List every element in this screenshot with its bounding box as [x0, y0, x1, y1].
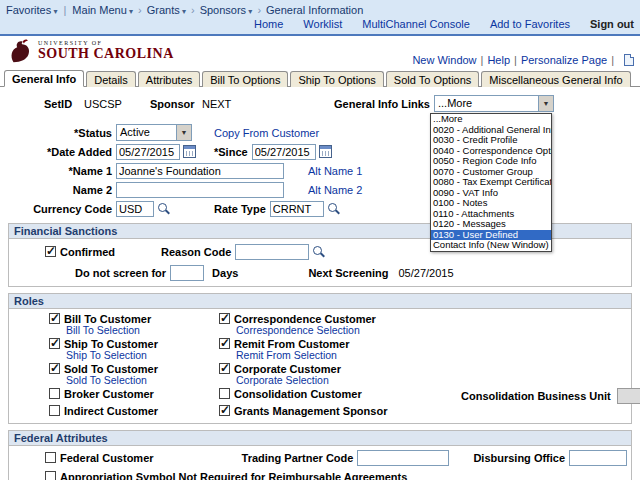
- lookup-magnifier-icon[interactable]: [327, 202, 340, 215]
- indirect-customer-checkbox[interactable]: [49, 405, 60, 416]
- chevron-down-icon[interactable]: [538, 96, 553, 111]
- rate-type-label: Rate Type: [214, 203, 266, 215]
- calendar-icon[interactable]: [319, 145, 332, 158]
- tab-details[interactable]: Details: [86, 71, 136, 87]
- general-info-links-value: ...More: [435, 96, 538, 111]
- general-info-links-dropdown-list: ...More 0020 - Additional General Info 0…: [430, 113, 552, 252]
- disbursing-office-input[interactable]: [569, 450, 627, 466]
- federal-attributes-section: Federal Attributes Federal Customer Trad…: [8, 430, 632, 480]
- dropdown-option[interactable]: 0070 - Customer Group: [431, 167, 551, 178]
- help-link[interactable]: Help: [487, 54, 510, 66]
- federal-attributes-header: Federal Attributes: [9, 431, 631, 446]
- breadcrumb-sponsors[interactable]: Sponsors: [200, 4, 253, 16]
- since-input[interactable]: [252, 144, 316, 160]
- date-added-input[interactable]: [116, 144, 180, 160]
- tab-sold-to-options[interactable]: Sold To Options: [386, 71, 479, 87]
- tab-ship-to-options[interactable]: Ship To Options: [290, 71, 383, 87]
- separator: [477, 54, 488, 66]
- corporate-selection-link[interactable]: Corporate Selection: [236, 374, 329, 386]
- dropdown-option[interactable]: 0120 - Messages: [431, 219, 551, 230]
- sign-out-link[interactable]: Sign out: [590, 18, 634, 30]
- dropdown-option[interactable]: 0030 - Credit Profile: [431, 135, 551, 146]
- correspondence-selection-link[interactable]: Correspondence Selection: [236, 324, 360, 336]
- name2-input[interactable]: [116, 182, 284, 198]
- general-info-links-select[interactable]: ...More: [434, 95, 554, 112]
- tab-attributes[interactable]: Attributes: [138, 71, 200, 87]
- appropriation-symbol-checkbox[interactable]: [45, 471, 56, 480]
- do-not-screen-input[interactable]: [170, 265, 204, 281]
- tab-bill-to-options[interactable]: Bill To Options: [202, 71, 288, 87]
- page-content: General Info Links ...More ...More 0020 …: [0, 87, 640, 480]
- consolidation-business-unit-label: Consolidation Business Unit: [461, 390, 611, 402]
- name2-label: Name 2: [8, 184, 112, 196]
- reason-code-input[interactable]: [235, 244, 309, 260]
- usc-logo-text: UNIVERSITY OF SOUTH CAROLINA: [38, 40, 174, 62]
- add-to-favorites-link[interactable]: Add to Favorites: [490, 18, 570, 30]
- dropdown-option[interactable]: 0080 - Tax Exempt Certificates: [431, 177, 551, 188]
- dropdown-option[interactable]: 0100 - Notes: [431, 198, 551, 209]
- http-page-icon[interactable]: [624, 54, 634, 66]
- ship-to-customer-checkbox[interactable]: [49, 338, 60, 349]
- lookup-magnifier-icon[interactable]: [157, 202, 170, 215]
- worklist-link[interactable]: Worklist: [303, 18, 342, 30]
- dropdown-option[interactable]: 0090 - VAT Info: [431, 188, 551, 199]
- grants-management-sponsor-label: Grants Management Sponsor: [234, 405, 387, 417]
- breadcrumb-main-menu[interactable]: Main Menu: [72, 4, 133, 16]
- breadcrumb-favorites[interactable]: Favorites: [6, 4, 58, 16]
- confirmed-checkbox[interactable]: [45, 246, 56, 257]
- dropdown-option[interactable]: 0050 - Region Code Info: [431, 156, 551, 167]
- federal-customer-label: Federal Customer: [60, 452, 154, 464]
- dropdown-option[interactable]: Contact Info (New Window): [431, 240, 551, 251]
- multichannel-console-link[interactable]: MultiChannel Console: [362, 18, 470, 30]
- bill-to-customer-checkbox[interactable]: [49, 313, 60, 324]
- general-info-links-control: General Info Links ...More ...More 0020 …: [334, 95, 554, 112]
- new-window-link[interactable]: New Window: [412, 54, 476, 66]
- corporate-customer-checkbox[interactable]: [219, 363, 230, 374]
- roles-section: Roles Bill To Customer Bill To Selection…: [8, 293, 632, 424]
- federal-customer-checkbox[interactable]: [45, 452, 56, 463]
- status-label: *Status: [8, 127, 112, 139]
- tab-misc-general-info[interactable]: Miscellaneous General Info: [481, 71, 630, 87]
- sold-to-selection-link[interactable]: Sold To Selection: [66, 374, 147, 386]
- correspondence-customer-label: Correspondence Customer: [234, 313, 376, 325]
- sponsor-value: NEXT: [202, 98, 231, 110]
- lookup-magnifier-icon[interactable]: [312, 245, 325, 258]
- home-link[interactable]: Home: [254, 18, 283, 30]
- remit-from-customer-checkbox[interactable]: [219, 338, 230, 349]
- rate-type-input[interactable]: [270, 201, 324, 217]
- broker-customer-checkbox[interactable]: [49, 388, 60, 399]
- status-select[interactable]: Active: [116, 124, 192, 141]
- alt-name1-link[interactable]: Alt Name 1: [308, 165, 362, 177]
- trading-partner-code-input[interactable]: [357, 450, 449, 466]
- breadcrumb-grants[interactable]: Grants: [147, 4, 186, 16]
- grants-management-sponsor-checkbox[interactable]: [219, 405, 230, 416]
- corporate-customer-label: Corporate Customer: [234, 363, 341, 375]
- alt-name2-link[interactable]: Alt Name 2: [308, 184, 362, 196]
- bill-to-selection-link[interactable]: Bill To Selection: [66, 324, 140, 336]
- calendar-icon[interactable]: [183, 145, 196, 158]
- sold-to-customer-checkbox[interactable]: [49, 363, 60, 374]
- chevron-down-icon[interactable]: [176, 125, 191, 140]
- appropriation-symbol-label: Appropriation Symbol Not Required for Re…: [60, 471, 407, 480]
- status-value: Active: [117, 125, 176, 140]
- currency-code-input[interactable]: [116, 201, 154, 217]
- dropdown-option[interactable]: 0040 - Correspondence Options: [431, 146, 551, 157]
- personalize-page-link[interactable]: Personalize Page: [521, 54, 607, 66]
- dropdown-option[interactable]: ...More: [431, 114, 551, 125]
- ship-to-selection-link[interactable]: Ship To Selection: [66, 349, 147, 361]
- disbursing-office-label: Disbursing Office: [473, 452, 565, 464]
- page-action-links: New Window Help Personalize Page: [412, 54, 634, 66]
- name1-input[interactable]: [116, 163, 284, 179]
- sold-to-customer-label: Sold To Customer: [64, 363, 158, 375]
- usc-gamecock-logo-icon: [6, 38, 34, 64]
- ship-to-customer-label: Ship To Customer: [64, 338, 158, 350]
- consolidation-customer-checkbox[interactable]: [219, 388, 230, 399]
- dropdown-option[interactable]: 0020 - Additional General Info: [431, 125, 551, 136]
- tab-general-info[interactable]: General Info: [4, 70, 84, 87]
- remit-from-customer-label: Remit From Customer: [234, 338, 350, 350]
- dropdown-option[interactable]: 0110 - Attachments: [431, 209, 551, 220]
- dropdown-option-highlighted[interactable]: 0130 - User Defined: [431, 230, 551, 241]
- correspondence-customer-checkbox[interactable]: [219, 313, 230, 324]
- copy-from-customer-link[interactable]: Copy From Customer: [214, 127, 319, 139]
- remit-from-selection-link[interactable]: Remit From Selection: [236, 349, 337, 361]
